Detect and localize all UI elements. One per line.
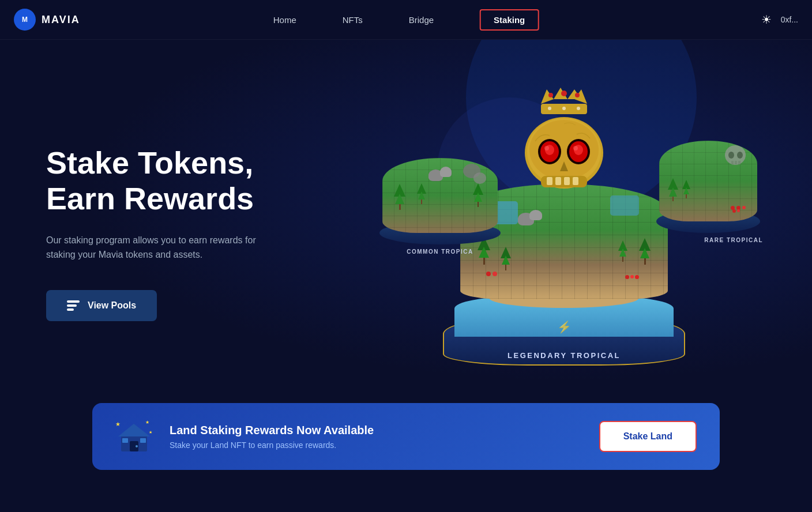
nav-nfts[interactable]: NFTs <box>343 15 363 25</box>
svg-rect-33 <box>555 177 561 185</box>
svg-rect-35 <box>573 177 578 185</box>
svg-point-28 <box>544 146 549 150</box>
svg-point-3 <box>728 152 734 159</box>
svg-text:M: M <box>22 16 28 24</box>
nav-home[interactable]: Home <box>273 15 296 25</box>
layers-icon <box>67 300 80 311</box>
svg-point-29 <box>573 146 578 150</box>
island-scene: COMMON TROPICA <box>362 83 766 383</box>
banner-title: Land Staking Rewards Now Available <box>170 424 374 437</box>
hero-island-scene: COMMON TROPICA <box>362 83 766 383</box>
svg-rect-5 <box>731 161 734 164</box>
label-rare: RARE TROPICAL <box>704 237 763 243</box>
logo[interactable]: M MAVIA <box>14 9 80 31</box>
svg-point-14 <box>561 91 567 96</box>
hero-section: Stake Tokens,Earn Rewards Our staking pr… <box>0 40 812 415</box>
svg-point-39 <box>136 445 138 447</box>
view-pools-label: View Pools <box>88 300 136 311</box>
hero-subtitle: Our staking program allows you to earn r… <box>46 233 256 262</box>
svg-rect-40 <box>122 438 128 443</box>
wallet-address[interactable]: 0xf... <box>781 15 798 24</box>
label-legendary: LEGENDARY TROPICAL <box>507 351 621 360</box>
hero-content: Stake Tokens,Earn Rewards Our staking pr… <box>46 145 256 321</box>
logo-text: MAVIA <box>42 14 80 26</box>
nav-staking[interactable]: Staking <box>480 9 539 31</box>
skull-svg <box>518 112 610 199</box>
svg-point-16 <box>548 107 551 110</box>
svg-rect-7 <box>738 161 740 164</box>
view-pools-button[interactable]: View Pools <box>46 290 157 321</box>
svg-point-13 <box>548 93 553 97</box>
theme-toggle-icon[interactable]: ☀ <box>761 13 772 27</box>
nav-links: Home NFTs Bridge Staking <box>273 9 539 31</box>
svg-text:★: ★ <box>115 421 121 427</box>
navbar: M MAVIA Home NFTs Bridge Staking ☀ 0xf..… <box>0 0 812 40</box>
island-common-land <box>382 158 498 233</box>
svg-point-4 <box>737 152 743 159</box>
nav-right: ☀ 0xf... <box>761 13 798 27</box>
banner-text: Land Staking Rewards Now Available Stake… <box>170 424 374 450</box>
skull-with-crown <box>518 112 610 201</box>
island-rare-land <box>659 141 757 221</box>
hero-title: Stake Tokens,Earn Rewards <box>46 145 256 216</box>
water-symbol: ⚡ <box>557 320 572 334</box>
svg-rect-32 <box>547 177 552 185</box>
nav-bridge[interactable]: Bridge <box>409 15 434 25</box>
svg-marker-37 <box>118 424 150 436</box>
banner-icon: ★ ★ ★ <box>115 419 156 454</box>
land-nft-icon: ★ ★ ★ <box>115 419 153 454</box>
crown-svg <box>535 86 593 118</box>
banner-left: ★ ★ ★ Land Staking Rewards Now Available… <box>115 419 374 454</box>
island-rare: RARE TROPICAL <box>651 118 766 233</box>
svg-rect-34 <box>564 177 570 185</box>
svg-point-18 <box>577 107 580 110</box>
island-common: COMMON TROPICA <box>374 129 506 244</box>
svg-rect-6 <box>735 161 737 164</box>
svg-text:★: ★ <box>149 430 152 434</box>
svg-text:★: ★ <box>145 420 149 425</box>
svg-rect-41 <box>140 438 146 443</box>
logo-icon: M <box>14 9 36 31</box>
banner-subtitle: Stake your Land NFT to earn passive rewa… <box>170 441 374 450</box>
svg-point-17 <box>562 107 566 110</box>
banner: ★ ★ ★ Land Staking Rewards Now Available… <box>92 403 720 470</box>
svg-point-15 <box>575 93 580 97</box>
label-common: COMMON TROPICA <box>407 249 473 255</box>
banner-wrapper: ★ ★ ★ Land Staking Rewards Now Available… <box>0 403 812 470</box>
stake-land-button[interactable]: Stake Land <box>599 421 697 452</box>
